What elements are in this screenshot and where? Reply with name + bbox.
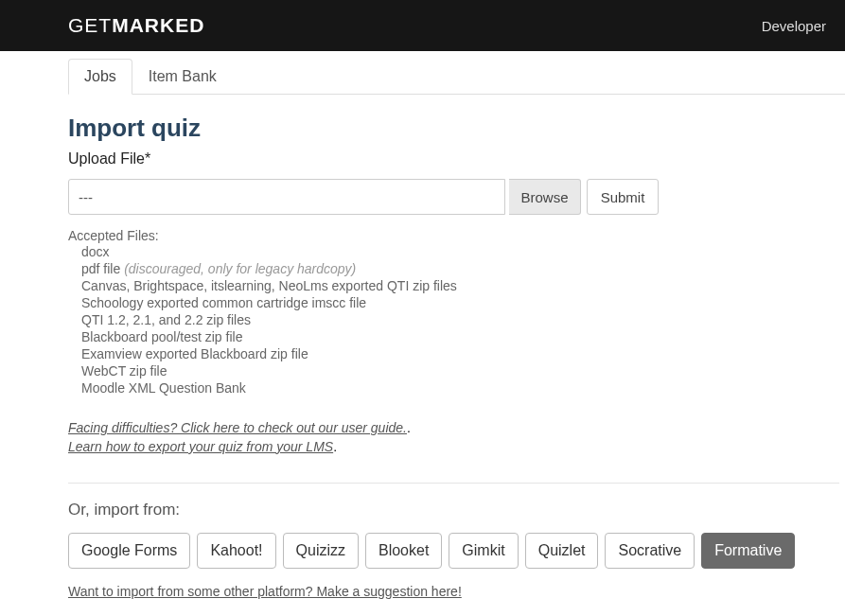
list-item: QTI 1.2, 2.1, and 2.2 zip files	[81, 311, 845, 328]
user-guide-link[interactable]: Facing difficulties? Click here to check…	[68, 419, 407, 438]
developer-link[interactable]: Developer	[762, 18, 826, 34]
accepted-list: docx pdf file (discouraged, only for leg…	[81, 243, 845, 396]
platform-formative[interactable]: Formative	[701, 533, 795, 569]
header-bar: GETMARKED Developer	[0, 0, 845, 51]
platform-buttons: Google Forms Kahoot! Quizizz Blooket Gim…	[68, 533, 845, 569]
accepted-heading: Accepted Files:	[68, 228, 845, 243]
pdf-note: (discouraged, only for legacy hardcopy)	[124, 261, 356, 276]
list-item: Schoology exported common cartridge imsc…	[81, 294, 845, 311]
tab-jobs[interactable]: Jobs	[68, 59, 132, 95]
export-guide-link[interactable]: Learn how to export your quiz from your …	[68, 438, 333, 457]
list-item: Moodle XML Question Bank	[81, 379, 845, 396]
list-item: Canvas, Brightspace, itslearning, NeoLms…	[81, 277, 845, 294]
upload-row: Browse Submit	[68, 179, 845, 215]
list-item: WebCT zip file	[81, 362, 845, 379]
logo-get: GET	[68, 14, 112, 36]
list-item: Examview exported Blackboard zip file	[81, 345, 845, 362]
platform-quizizz[interactable]: Quizizz	[283, 533, 359, 569]
platform-quizlet[interactable]: Quizlet	[525, 533, 599, 569]
file-input[interactable]	[68, 179, 505, 215]
submit-button[interactable]: Submit	[587, 179, 659, 215]
platform-kahoot[interactable]: Kahoot!	[197, 533, 275, 569]
divider	[68, 483, 839, 484]
content-area: Import quiz Upload File* Browse Submit A…	[68, 114, 845, 600]
suggestion-link[interactable]: Want to import from some other platform?…	[68, 584, 462, 599]
list-item: docx	[81, 243, 845, 260]
platform-gimkit[interactable]: Gimkit	[449, 533, 518, 569]
help-links: Facing difficulties? Click here to check…	[68, 419, 845, 456]
platform-blooket[interactable]: Blooket	[365, 533, 442, 569]
import-from-label: Or, import from:	[68, 501, 845, 519]
list-item: Blackboard pool/test zip file	[81, 328, 845, 345]
platform-socrative[interactable]: Socrative	[605, 533, 695, 569]
tab-item-bank[interactable]: Item Bank	[132, 59, 233, 94]
logo[interactable]: GETMARKED	[68, 14, 204, 37]
upload-label: Upload File*	[68, 150, 845, 167]
accepted-files: Accepted Files: docx pdf file (discourag…	[68, 228, 845, 396]
platform-google-forms[interactable]: Google Forms	[68, 533, 190, 569]
browse-button[interactable]: Browse	[509, 179, 581, 215]
page-title: Import quiz	[68, 114, 845, 143]
logo-marked: MARKED	[112, 14, 204, 36]
list-item: pdf file (discouraged, only for legacy h…	[81, 260, 845, 277]
tabs: Jobs Item Bank	[68, 59, 845, 95]
